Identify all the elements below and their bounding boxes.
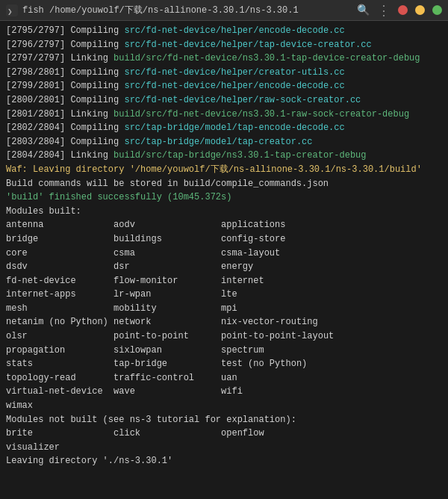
terminal-line: [2804/2804] Linking build/src/tap-bridge… xyxy=(6,149,442,163)
terminal-line: Modules not built (see ns-3 tutorial for… xyxy=(6,413,442,427)
terminal-line: Modules built: xyxy=(6,205,442,219)
dot-yellow[interactable] xyxy=(415,5,425,15)
terminal-line: Waf: Leaving directory '/home/youwolf/下载… xyxy=(6,163,442,177)
terminal-line: [2803/2804] Compiling src/tap-bridge/mod… xyxy=(6,135,442,149)
terminal-line: netanim (no Python) network nix-vector-r… xyxy=(6,315,442,329)
svg-text:❯: ❯ xyxy=(7,7,13,16)
terminal-line: Leaving directory './ns-3.30.1' xyxy=(6,454,442,468)
terminal-line: [2799/2801] Compiling src/fd-net-device/… xyxy=(6,79,442,93)
terminal-line: 'build' finished successfully (10m45.372… xyxy=(6,190,442,205)
terminal-line: [2796/2797] Compiling src/fd-net-device/… xyxy=(6,38,442,52)
terminal-line: core csma csma-layout xyxy=(6,247,442,261)
fish-icon: ❯ xyxy=(6,4,18,16)
terminal-line: [2797/2797] Linking build/src/fd-net-dev… xyxy=(6,52,442,66)
terminal-line: virtual-net-device wave wifi xyxy=(6,385,442,399)
terminal-line: olsr point-to-point point-to-point-layou… xyxy=(6,329,442,344)
terminal-line: mesh mobility mpi xyxy=(6,302,442,316)
terminal-line: propagation sixlowpan spectrum xyxy=(6,344,442,358)
terminal-line: dsdv dsr energy xyxy=(6,260,442,274)
menu-icon[interactable]: ⋮ xyxy=(377,2,391,19)
dot-red[interactable] xyxy=(398,5,408,15)
terminal-line: [2795/2797] Compiling src/fd-net-device/… xyxy=(6,24,442,38)
terminal-line: [2800/2801] Compiling src/fd-net-device/… xyxy=(6,93,442,108)
terminal-line: bridge buildings config-store xyxy=(6,232,442,247)
titlebar: ❯ fish /home/youwolf/下载/ns-allinone-3.30… xyxy=(0,0,448,21)
titlebar-title: fish /home/youwolf/下载/ns-allinone-3.30.1… xyxy=(22,4,299,16)
terminal-output: [2795/2797] Compiling src/fd-net-device/… xyxy=(0,21,448,471)
terminal-line: [2798/2801] Compiling src/fd-net-device/… xyxy=(6,66,442,80)
terminal-line: fd-net-device flow-monitor internet xyxy=(6,274,442,288)
terminal-line: internet-apps lr-wpan lte xyxy=(6,288,442,302)
terminal-line: [2801/2801] Linking build/src/fd-net-dev… xyxy=(6,108,442,122)
terminal-line: wimax xyxy=(6,399,442,413)
terminal-line: antenna aodv applications xyxy=(6,218,442,232)
terminal-line: brite click openflow xyxy=(6,427,442,441)
terminal-line: [2802/2804] Compiling src/tap-bridge/mod… xyxy=(6,121,442,135)
terminal-line: topology-read traffic-control uan xyxy=(6,371,442,385)
terminal-line: Build commands will be stored in build/c… xyxy=(6,177,442,191)
terminal-line: stats tap-bridge test (no Python) xyxy=(6,357,442,371)
dot-green[interactable] xyxy=(432,5,442,15)
search-icon[interactable]: 🔍 xyxy=(357,4,370,16)
terminal-line: visualizer xyxy=(6,441,442,455)
